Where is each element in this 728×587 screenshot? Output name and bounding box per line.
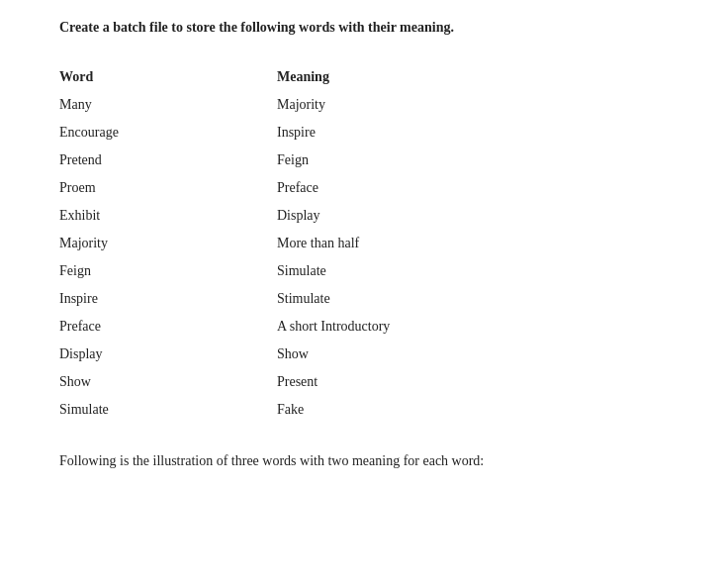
footer-text: Following is the illustration of three w… — [59, 453, 669, 469]
table-row: PrefaceA short Introductory — [59, 313, 669, 341]
table-row: ExhibitDisplay — [59, 202, 669, 230]
cell-word: Many — [59, 97, 277, 113]
table-row: MajorityMore than half — [59, 230, 669, 257]
cell-meaning: Fake — [277, 402, 304, 418]
cell-word: Feign — [59, 263, 277, 279]
cell-meaning: Preface — [277, 180, 318, 196]
cell-word: Proem — [59, 180, 277, 196]
table-row: EncourageInspire — [59, 119, 669, 147]
cell-word: Show — [59, 374, 277, 390]
cell-word: Exhibit — [59, 208, 277, 224]
header-meaning: Meaning — [277, 69, 329, 85]
table-row: ShowPresent — [59, 368, 669, 396]
cell-word: Encourage — [59, 125, 277, 141]
cell-meaning: Feign — [277, 152, 309, 168]
cell-meaning: Show — [277, 346, 309, 362]
cell-meaning: Simulate — [277, 263, 326, 279]
table-row: InspireStimulate — [59, 285, 669, 313]
table-header-row: Word Meaning — [59, 63, 669, 91]
cell-word: Pretend — [59, 152, 277, 168]
cell-meaning: A short Introductory — [277, 319, 390, 335]
cell-meaning: Inspire — [277, 125, 316, 141]
intro-text: Create a batch file to store the followi… — [59, 20, 669, 36]
cell-meaning: Stimulate — [277, 291, 330, 307]
header-word: Word — [59, 69, 277, 85]
table-row: PretendFeign — [59, 147, 669, 174]
cell-meaning: Majority — [277, 97, 325, 113]
cell-word: Majority — [59, 236, 277, 251]
cell-meaning: More than half — [277, 236, 359, 251]
cell-meaning: Present — [277, 374, 318, 390]
table-row: ManyMajority — [59, 91, 669, 119]
table-row: FeignSimulate — [59, 257, 669, 285]
cell-word: Inspire — [59, 291, 277, 307]
table-row: DisplayShow — [59, 341, 669, 368]
table-row: ProemPreface — [59, 174, 669, 202]
cell-word: Preface — [59, 319, 277, 335]
cell-word: Simulate — [59, 402, 277, 418]
cell-meaning: Display — [277, 208, 320, 224]
word-table: Word Meaning ManyMajorityEncourageInspir… — [59, 63, 669, 424]
cell-word: Display — [59, 346, 277, 362]
table-row: SimulateFake — [59, 396, 669, 424]
